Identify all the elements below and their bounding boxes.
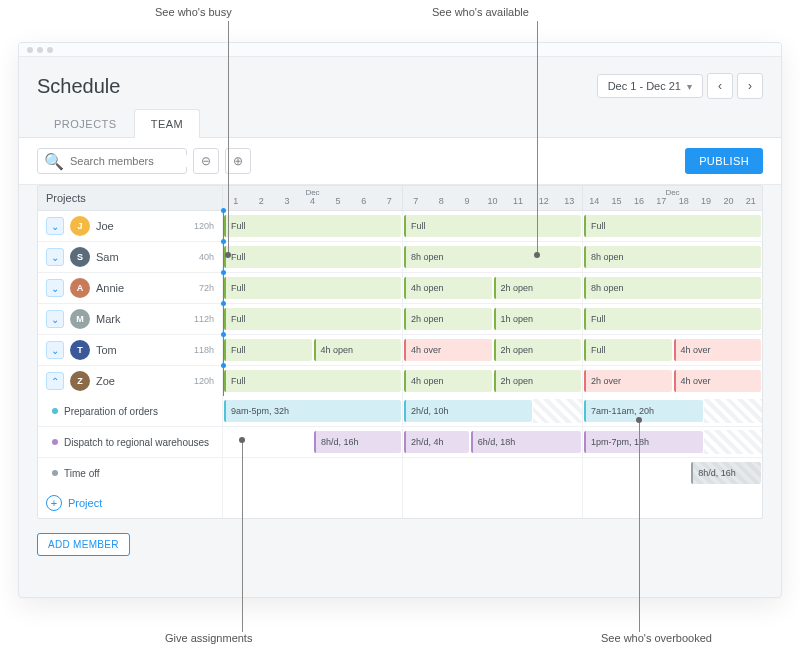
annotation-busy: See who's busy — [155, 6, 232, 18]
task-name: Preparation of orders — [64, 406, 158, 417]
task-row: Time off8h/d, 16h — [38, 458, 762, 488]
search-input[interactable] — [70, 155, 208, 167]
member-name: Tom — [96, 344, 117, 356]
availability-bar[interactable]: 2h open — [494, 370, 582, 392]
task-color-dot — [52, 439, 58, 445]
member-name: Sam — [96, 251, 119, 263]
availability-bar[interactable]: 2h open — [494, 339, 582, 361]
availability-bar[interactable]: Full — [584, 215, 761, 237]
expand-icon[interactable]: ⌄ — [46, 341, 64, 359]
app-window: Schedule Dec 1 - Dec 21 ▾ ‹ › PROJECTS T… — [18, 42, 782, 598]
collapse-icon[interactable]: ⌃ — [46, 372, 64, 390]
member-name: Mark — [96, 313, 120, 325]
publish-button[interactable]: PUBLISH — [685, 148, 763, 174]
member-name: Annie — [96, 282, 124, 294]
avatar: A — [70, 278, 90, 298]
avatar: S — [70, 247, 90, 267]
task-bar[interactable]: 1pm-7pm, 18h — [584, 431, 703, 453]
member-row: ⌄JJoe120hFullFullFull — [38, 211, 762, 242]
expand-icon[interactable]: ⌄ — [46, 310, 64, 328]
expand-icon[interactable]: ⌄ — [46, 279, 64, 297]
expand-icon[interactable]: ⌄ — [46, 248, 64, 266]
member-hours: 120h — [194, 376, 214, 386]
task-row: Dispatch to regional warehouses8h/d, 16h… — [38, 427, 762, 458]
availability-bar[interactable]: 8h open — [584, 277, 761, 299]
zoom-in-button[interactable]: ⊕ — [225, 148, 251, 174]
zoom-out-button[interactable]: ⊖ — [193, 148, 219, 174]
expand-icon[interactable]: ⌄ — [46, 217, 64, 235]
annotation-overbooked: See who's overbooked — [601, 632, 712, 644]
availability-bar[interactable]: 1h open — [494, 308, 582, 330]
availability-bar[interactable]: Full — [224, 308, 401, 330]
availability-bar[interactable]: Full — [584, 339, 672, 361]
member-name: Zoe — [96, 375, 115, 387]
task-bar[interactable]: 8h/d, 16h — [314, 431, 401, 453]
date-range-picker[interactable]: Dec 1 - Dec 21 ▾ — [597, 74, 703, 98]
avatar: T — [70, 340, 90, 360]
availability-bar[interactable]: 8h open — [404, 246, 581, 268]
avatar: J — [70, 216, 90, 236]
availability-bar[interactable]: 4h over — [674, 339, 762, 361]
chevron-down-icon: ▾ — [687, 81, 692, 92]
member-name: Joe — [96, 220, 114, 232]
availability-bar[interactable]: 4h over — [404, 339, 492, 361]
member-hours: 40h — [199, 252, 214, 262]
availability-bar[interactable]: 2h over — [584, 370, 672, 392]
projects-column-header: Projects — [38, 186, 222, 210]
task-bar[interactable]: 2h/d, 10h — [404, 400, 532, 422]
tab-projects[interactable]: PROJECTS — [37, 109, 134, 138]
member-hours: 72h — [199, 283, 214, 293]
member-hours: 120h — [194, 221, 214, 231]
task-bar[interactable]: 7am-11am, 20h — [584, 400, 703, 422]
availability-bar[interactable]: Full — [224, 277, 401, 299]
page-title: Schedule — [37, 75, 120, 98]
availability-bar[interactable]: 4h open — [314, 339, 402, 361]
availability-bar[interactable]: 8h open — [584, 246, 761, 268]
task-name: Dispatch to regional warehouses — [64, 437, 209, 448]
availability-bar[interactable]: Full — [584, 308, 761, 330]
availability-bar[interactable]: 4h open — [404, 277, 492, 299]
task-color-dot — [52, 408, 58, 414]
task-bar[interactable]: 2h/d, 4h — [404, 431, 469, 453]
schedule-grid: Projects Dec123456778910111213Dec1415161… — [37, 185, 763, 519]
nav-next-button[interactable]: › — [737, 73, 763, 99]
availability-bar[interactable]: Full — [224, 370, 401, 392]
member-row: ⌄SSam40hFull8h open8h open — [38, 242, 762, 273]
availability-bar[interactable]: Full — [224, 246, 401, 268]
availability-bar[interactable]: 4h open — [404, 370, 492, 392]
member-row: ⌄AAnnie72hFull4h open2h open8h open — [38, 273, 762, 304]
availability-bar[interactable]: Full — [224, 215, 401, 237]
availability-bar[interactable]: Full — [404, 215, 581, 237]
member-row: ⌄MMark112hFull2h open1h openFull — [38, 304, 762, 335]
window-chrome — [19, 43, 781, 57]
plus-icon: + — [46, 495, 62, 511]
availability-bar[interactable]: 2h open — [494, 277, 582, 299]
annotation-assignments: Give assignments — [165, 632, 252, 644]
tab-team[interactable]: TEAM — [134, 109, 201, 138]
task-color-dot — [52, 470, 58, 476]
task-row: Preparation of orders9am-5pm, 32h2h/d, 1… — [38, 396, 762, 427]
avatar: Z — [70, 371, 90, 391]
search-input-wrap: 🔍 — [37, 148, 187, 174]
task-bar[interactable]: 8h/d, 16h — [691, 462, 761, 484]
task-name: Time off — [64, 468, 100, 479]
annotation-available: See who's available — [432, 6, 529, 18]
search-icon: 🔍 — [44, 152, 64, 171]
avatar: M — [70, 309, 90, 329]
member-hours: 118h — [194, 345, 214, 355]
add-project-link[interactable]: Project — [68, 497, 102, 509]
availability-bar[interactable]: 4h over — [674, 370, 762, 392]
availability-bar[interactable]: Full — [224, 339, 312, 361]
member-row: ⌃ZZoe120hFull4h open2h open2h over4h ove… — [38, 366, 762, 396]
nav-prev-button[interactable]: ‹ — [707, 73, 733, 99]
member-row: ⌄TTom118hFull4h open4h over2h openFull4h… — [38, 335, 762, 366]
task-bar[interactable]: 6h/d, 18h — [471, 431, 581, 453]
add-member-button[interactable]: ADD MEMBER — [37, 533, 130, 556]
availability-bar[interactable]: 2h open — [404, 308, 492, 330]
member-hours: 112h — [194, 314, 214, 324]
task-bar[interactable]: 9am-5pm, 32h — [224, 400, 401, 422]
